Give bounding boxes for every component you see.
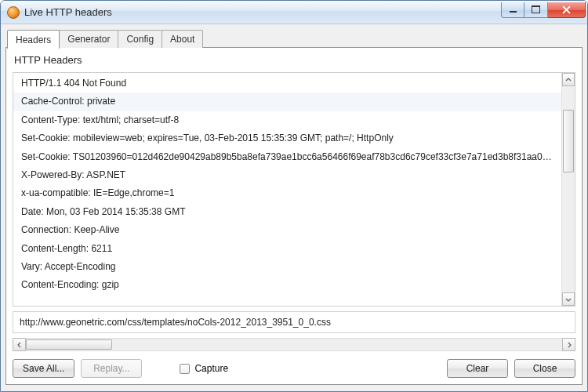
header-line[interactable]: Cache-Control: private [13,93,561,111]
header-line[interactable]: Set-Cookie: TS01203960=012d462de90429ab8… [13,148,561,166]
header-line[interactable]: Vary: Accept-Encoding [13,258,561,276]
tabstrip: Headers Generator Config About [5,29,583,48]
headers-list-box: HTTP/1.1 404 Not FoundCache-Control: pri… [13,72,575,307]
window-controls [501,2,586,18]
chevron-down-icon [565,296,572,303]
horizontal-scrollbar[interactable] [13,338,575,351]
minimize-button[interactable] [501,2,524,18]
window-title: Live HTTP headers [24,6,112,18]
app-window: Live HTTP headers Headers Generator Conf… [0,0,588,392]
scroll-up-button[interactable] [562,73,575,86]
maximize-button[interactable] [524,2,548,18]
chevron-left-icon [16,342,23,348]
header-line[interactable]: Connection: Keep-Alive [13,221,561,239]
chevron-right-icon [566,342,572,348]
tab-config[interactable]: Config [118,30,162,48]
clear-button[interactable]: Clear [447,359,508,378]
vertical-scrollbar-thumb[interactable] [563,110,574,172]
scroll-down-button[interactable] [562,292,575,306]
horizontal-scrollbar-thumb[interactable] [26,339,112,350]
button-row: Save All... Replay... Capture Clear Clos… [13,356,575,378]
save-all-button[interactable]: Save All... [13,359,74,378]
header-line[interactable]: x-ua-compatible: IE=Edge,chrome=1 [13,184,561,202]
header-line[interactable]: Content-Encoding: gzip [13,276,561,294]
tab-about[interactable]: About [162,30,203,48]
tab-generator[interactable]: Generator [59,30,118,48]
scroll-right-button[interactable] [562,338,575,351]
tab-panel-headers: HTTP Headers HTTP/1.1 404 Not FoundCache… [5,47,583,385]
scroll-left-button[interactable] [13,338,26,351]
header-line[interactable]: Content-Length: 6211 [13,240,561,258]
header-line[interactable]: Set-Cookie: mobileview=web; expires=Tue,… [13,129,561,147]
header-line[interactable]: Date: Mon, 03 Feb 2014 15:35:38 GMT [13,203,561,221]
headers-list[interactable]: HTTP/1.1 404 Not FoundCache-Control: pri… [13,73,561,306]
request-url[interactable]: http://www.geonetric.com/css/templates/n… [13,311,575,333]
capture-checkbox[interactable] [180,364,190,374]
app-icon [7,6,20,19]
vertical-scrollbar-track[interactable] [562,86,575,292]
chevron-up-icon [565,77,572,83]
close-button[interactable]: Close [514,359,575,378]
header-line[interactable]: X-Powered-By: ASP.NET [13,166,561,184]
horizontal-scrollbar-track[interactable] [26,338,562,351]
titlebar[interactable]: Live HTTP headers [1,1,587,24]
capture-group: Capture [180,363,228,374]
replay-button[interactable]: Replay... [81,359,142,378]
panel-title: HTTP Headers [13,54,575,67]
header-line[interactable]: Content-Type: text/html; charset=utf-8 [13,111,561,129]
close-icon [562,5,571,14]
capture-label[interactable]: Capture [194,363,228,374]
vertical-scrollbar[interactable] [561,73,575,306]
client-area: Headers Generator Config About HTTP Head… [1,24,587,391]
close-window-button[interactable] [548,2,586,18]
header-line[interactable]: HTTP/1.1 404 Not Found [13,74,561,93]
tab-headers[interactable]: Headers [7,30,60,49]
